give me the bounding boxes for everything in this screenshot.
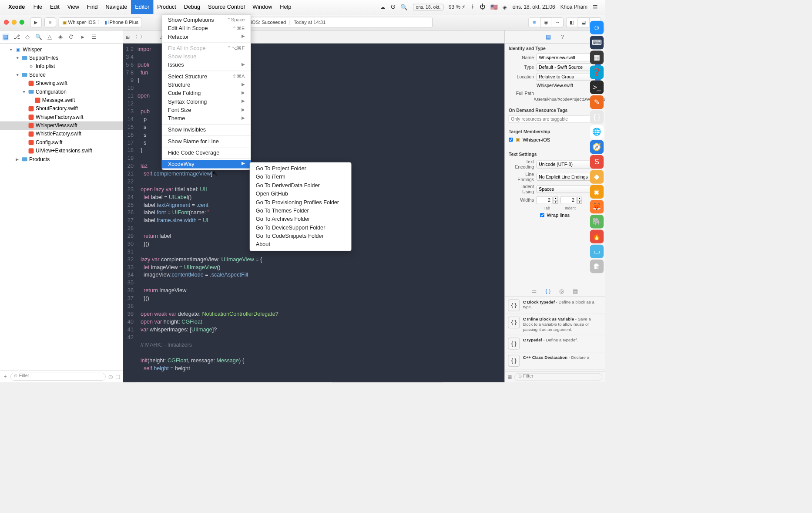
flag-icon[interactable]: 🇺🇸 [490, 3, 497, 10]
dock-app-icon[interactable]: 🐘 [590, 215, 604, 228]
debug-navigator-tab[interactable]: ⏱ [68, 33, 75, 40]
xcodeway-submenu[interactable]: Go To Project FolderGo To iTermGo To Der… [250, 162, 352, 251]
battery-status[interactable]: 93 % ⚡︎ [449, 4, 466, 10]
tree-item[interactable]: ▼SupportFiles [0, 54, 123, 62]
help-inspector-tab[interactable]: ? [561, 34, 564, 40]
submenu-item[interactable]: Go To CodeSnippets Folder [250, 232, 351, 240]
dock-app-icon[interactable]: ▦ [590, 51, 604, 64]
submenu-item[interactable]: Go To Project Folder [250, 165, 351, 173]
tab-width-stepper[interactable]: ▲▼ [554, 196, 558, 203]
menu-item[interactable]: Edit All in Scope⌃⌘E [162, 24, 251, 33]
tree-project-root[interactable]: ▼▣Whisper [0, 45, 123, 54]
library-item[interactable]: { }C++ Class Declaration - Declare a [505, 352, 605, 369]
standard-editor-button[interactable]: ≡ [528, 17, 540, 27]
tree-item[interactable]: ShoutFactory.swift [0, 105, 123, 113]
dock-app-icon[interactable]: ☺ [590, 21, 604, 34]
menu-debug[interactable]: Debug [180, 0, 204, 14]
menu-editor[interactable]: Editor [131, 0, 153, 14]
menu-item[interactable]: Show Completions⌃Space [162, 16, 251, 24]
tab-width-input[interactable] [537, 196, 553, 204]
tree-item[interactable]: ⚙Info.plist [0, 62, 123, 71]
library-list[interactable]: { }C Block typedef - Define a block as a… [505, 297, 605, 371]
tree-item[interactable]: WhistleFactory.swift [0, 130, 123, 138]
library-filter-input[interactable]: ⊙ Filter [514, 373, 602, 381]
scm-filter-button[interactable]: ▢ [115, 373, 120, 379]
related-items-button[interactable]: ⊞ [126, 34, 130, 40]
menu-item[interactable]: Code Folding▶ [162, 89, 251, 98]
clock[interactable]: ons. 18. okt. 21:06 [513, 4, 555, 10]
dock-app-icon[interactable]: 🦊 [590, 200, 604, 213]
menu-item[interactable]: Theme▶ [162, 115, 251, 123]
indent-width-input[interactable] [560, 196, 577, 204]
source-control-navigator-tab[interactable]: ⎇ [13, 33, 20, 40]
dock-app-icon[interactable]: S [590, 155, 604, 169]
version-editor-button[interactable]: ↔ [552, 17, 564, 27]
user-name[interactable]: Khoa Pham [560, 4, 587, 10]
menu-edit[interactable]: Edit [46, 0, 64, 14]
submenu-item[interactable]: About [250, 240, 351, 249]
tree-item[interactable]: ▼Source [0, 71, 123, 79]
tree-item[interactable]: ▼Configuration [0, 88, 123, 96]
symbol-navigator-tab[interactable]: ◇ [24, 33, 31, 40]
menu-file[interactable]: File [30, 0, 46, 14]
menu-navigate[interactable]: Navigate [101, 0, 131, 14]
menubar-app-name[interactable]: Xcode [8, 4, 25, 10]
menu-help[interactable]: Help [276, 0, 295, 14]
target-checkbox[interactable] [509, 138, 513, 142]
assistant-editor-button[interactable]: ◉ [540, 17, 552, 27]
stop-button[interactable]: ■ [44, 17, 56, 27]
menu-item[interactable]: XcodeWay▶ [162, 160, 251, 168]
menu-product[interactable]: Product [153, 0, 180, 14]
code-snippet-tab[interactable]: { } [545, 287, 551, 294]
menu-item[interactable]: Structure▶ [162, 81, 251, 89]
submenu-item[interactable]: Go To Provisioning Profiles Folder [250, 198, 351, 206]
back-button[interactable]: 〈 [133, 34, 138, 40]
library-item[interactable]: { }C Block typedef - Define a block as a… [505, 297, 605, 314]
file-inspector-tab[interactable]: ▤ [546, 33, 551, 40]
tree-item[interactable]: UIView+Extensions.swift [0, 147, 123, 155]
dock-app-icon[interactable]: 🗑 [590, 260, 604, 273]
zoom-button[interactable] [20, 20, 24, 24]
menu-item[interactable]: Issues▶ [162, 61, 251, 69]
indent-width-stepper[interactable]: ▲▼ [577, 196, 582, 203]
menu-item[interactable]: Syntax Coloring▶ [162, 98, 251, 106]
library-grid-button[interactable]: ▦ [507, 374, 512, 380]
calendar-widget[interactable]: ons. 18. okt. [413, 4, 443, 10]
submenu-item[interactable]: Go To Archives Folder [250, 215, 351, 223]
recent-filter-button[interactable]: ◷ [108, 373, 113, 379]
close-button[interactable] [4, 20, 9, 24]
issue-navigator-tab[interactable]: △ [46, 33, 53, 40]
submenu-item[interactable]: Go To DeviceSupport Folder [250, 223, 351, 232]
power-icon[interactable]: ⏻ [480, 3, 485, 10]
file-template-tab[interactable]: ▭ [531, 287, 537, 294]
macos-dock[interactable]: ☺⌨▦❓>_✎{ }🌐🧭S◆◉🦊🐘🔥▭🗑 [589, 20, 605, 275]
menu-item[interactable]: Show Invisibles [162, 126, 251, 134]
dock-app-icon[interactable]: ⌨ [590, 36, 604, 49]
project-tree[interactable]: ▼▣Whisper ▼SupportFiles⚙Info.plist▼Sourc… [0, 44, 123, 371]
forward-button[interactable]: 〉 [140, 34, 145, 40]
menu-item[interactable]: Hide Code Coverage [162, 148, 251, 157]
tree-item[interactable]: Config.swift [0, 138, 123, 146]
add-button[interactable]: ＋ [3, 373, 8, 380]
dock-app-icon[interactable]: 🧭 [590, 140, 604, 154]
menu-find[interactable]: Find [83, 0, 102, 14]
tree-item[interactable]: Showing.swift [0, 79, 123, 88]
library-item[interactable]: { }C Inline Block as Variable - Save a b… [505, 314, 605, 335]
menu-item[interactable]: Font Size▶ [162, 106, 251, 115]
dock-app-icon[interactable]: ▭ [590, 245, 604, 258]
bluetooth-icon[interactable]: ᚼ [471, 3, 474, 10]
menu-window[interactable]: Window [248, 0, 276, 14]
tree-item[interactable]: WhisperFactory.swift [0, 113, 123, 121]
report-navigator-tab[interactable]: ☰ [90, 33, 97, 40]
menu-source-control[interactable]: Source Control [204, 0, 248, 14]
tree-item[interactable]: Message.swift [0, 96, 123, 105]
menu-item[interactable]: Show Blame for Line [162, 137, 251, 145]
dock-app-icon[interactable]: >_ [590, 81, 604, 94]
navigator-filter-input[interactable]: ⊙ Filter [10, 373, 106, 381]
submenu-item[interactable]: Go To Themes Folder [250, 207, 351, 215]
object-tab[interactable]: ◎ [559, 287, 564, 294]
library-item[interactable]: { }C typedef - Define a typedef. [505, 335, 605, 352]
menu-item[interactable]: Select Structure⇧⌘A [162, 72, 251, 81]
breakpoint-navigator-tab[interactable]: ▸ [79, 33, 86, 40]
submenu-item[interactable]: Go To DerivedData Folder [250, 181, 351, 189]
